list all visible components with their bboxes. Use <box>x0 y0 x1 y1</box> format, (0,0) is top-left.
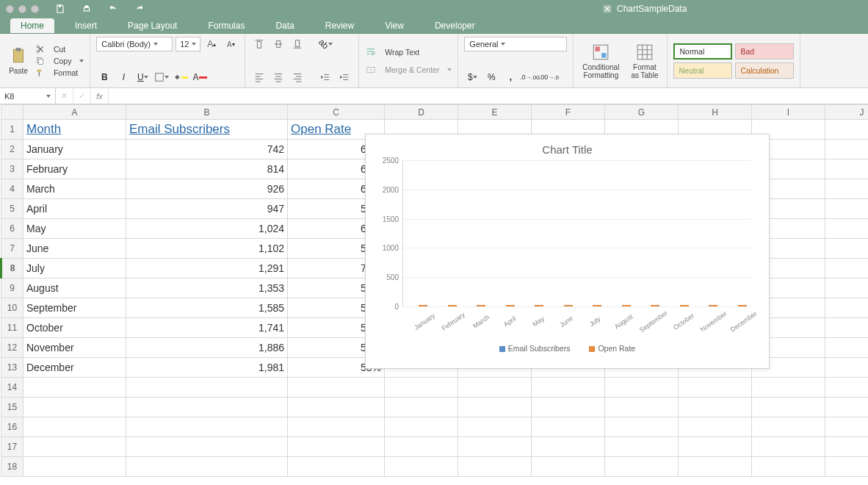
cell-B7[interactable]: 1,102 <box>126 239 288 259</box>
cell-H15[interactable] <box>679 398 752 417</box>
comma-button[interactable]: , <box>502 70 518 85</box>
currency-button[interactable]: $ <box>464 70 480 85</box>
row-header-16[interactable]: 16 <box>1 417 23 437</box>
col-header-J[interactable]: J <box>825 105 869 120</box>
cell-B9[interactable]: 1,353 <box>126 279 288 298</box>
grid[interactable]: ABCDEFGHIJK1MonthEmail SubscribersOpen R… <box>0 104 868 485</box>
cell-J15[interactable] <box>825 398 869 417</box>
fx-button[interactable]: fx <box>91 88 109 104</box>
save-icon[interactable] <box>52 1 68 16</box>
cell-I17[interactable] <box>752 437 825 457</box>
row-header-12[interactable]: 12 <box>1 338 23 358</box>
cell-J1[interactable] <box>825 120 869 140</box>
cell-A3[interactable]: February <box>23 159 126 179</box>
row-header-3[interactable]: 3 <box>1 159 23 179</box>
percent-button[interactable]: % <box>483 70 499 85</box>
row-header-9[interactable]: 9 <box>1 279 23 298</box>
tab-developer[interactable]: Developer <box>424 18 485 33</box>
underline-button[interactable]: U <box>134 70 151 85</box>
cell-J7[interactable] <box>825 239 869 259</box>
style-normal[interactable]: Normal <box>673 43 732 60</box>
cell-B13[interactable]: 1,981 <box>126 358 288 378</box>
minimize-window-icon[interactable] <box>18 5 26 13</box>
style-bad[interactable]: Bad <box>735 43 794 60</box>
cell-F15[interactable] <box>532 398 605 417</box>
cell-J6[interactable] <box>825 219 869 239</box>
tab-insert[interactable]: Insert <box>65 18 107 33</box>
cell-J10[interactable] <box>825 298 869 318</box>
cell-A14[interactable] <box>23 378 126 398</box>
format-as-table-button[interactable]: Format as Table <box>628 41 661 81</box>
cell-F17[interactable] <box>532 437 605 457</box>
bar-july[interactable] <box>577 305 607 306</box>
cell-C16[interactable] <box>288 417 385 437</box>
bold-button[interactable]: B <box>96 70 112 85</box>
col-header-F[interactable]: F <box>532 105 605 120</box>
row-header-14[interactable]: 14 <box>1 378 23 398</box>
cell-B15[interactable] <box>126 398 288 417</box>
cell-A13[interactable]: December <box>23 358 126 378</box>
cell-A5[interactable]: April <box>23 199 126 219</box>
cell-A15[interactable] <box>23 398 126 417</box>
cell-G17[interactable] <box>605 437 679 457</box>
cell-A12[interactable]: November <box>23 338 126 358</box>
cell-A8[interactable]: July <box>23 259 126 279</box>
bar-november[interactable] <box>693 305 723 306</box>
cell-B11[interactable]: 1,741 <box>126 318 288 338</box>
cell-J11[interactable] <box>825 318 869 338</box>
row-header-6[interactable]: 6 <box>1 219 23 239</box>
cell-D17[interactable] <box>385 437 458 457</box>
cell-A6[interactable]: May <box>23 219 126 239</box>
cell-H14[interactable] <box>679 378 752 398</box>
select-all-corner[interactable] <box>1 105 23 120</box>
embedded-chart[interactable]: Chart Title 05001000150020002500 January… <box>365 134 770 369</box>
cell-E14[interactable] <box>458 378 532 398</box>
font-size-select[interactable]: 12 <box>176 37 200 51</box>
row-header-18[interactable]: 18 <box>1 457 23 477</box>
redo-icon[interactable] <box>131 1 148 16</box>
cell-A2[interactable]: January <box>23 140 126 159</box>
cell-B14[interactable] <box>126 378 288 398</box>
row-header-7[interactable]: 7 <box>1 239 23 259</box>
legend-email-subscribers[interactable]: Email Subscribers <box>499 344 571 353</box>
bar-august[interactable] <box>607 305 636 306</box>
name-box[interactable]: K8 <box>0 88 56 104</box>
col-header-C[interactable]: C <box>288 105 385 120</box>
cell-A9[interactable]: August <box>23 279 126 298</box>
row-header-17[interactable]: 17 <box>1 437 23 457</box>
cell-J2[interactable] <box>825 140 869 159</box>
format-painter-button[interactable]: Format <box>35 68 84 78</box>
cell-D18[interactable] <box>385 457 458 477</box>
style-calculation[interactable]: Calculation <box>735 62 794 79</box>
bar-june[interactable] <box>549 305 578 306</box>
col-header-E[interactable]: E <box>458 105 532 120</box>
cut-button[interactable]: Cut <box>35 44 84 54</box>
cell-C17[interactable] <box>288 437 385 457</box>
cell-E16[interactable] <box>458 417 532 437</box>
cell-I15[interactable] <box>752 398 825 417</box>
tab-page-layout[interactable]: Page Layout <box>117 18 187 33</box>
cell-A7[interactable]: June <box>23 239 126 259</box>
font-name-select[interactable]: Calibri (Body) <box>96 37 173 51</box>
print-icon[interactable] <box>79 1 95 16</box>
zoom-window-icon[interactable] <box>31 5 39 13</box>
cell-F18[interactable] <box>532 457 605 477</box>
align-right-button[interactable] <box>289 70 305 85</box>
cell-B16[interactable] <box>126 417 288 437</box>
row-header-1[interactable]: 1 <box>1 120 23 140</box>
decrease-decimal-button[interactable]: .00→.0 <box>540 70 557 85</box>
cell-G18[interactable] <box>605 457 679 477</box>
cell-G15[interactable] <box>605 398 679 417</box>
row-header-5[interactable]: 5 <box>1 199 23 219</box>
cell-J16[interactable] <box>825 417 869 437</box>
cell-B3[interactable]: 814 <box>126 159 288 179</box>
cell-J3[interactable] <box>825 159 869 179</box>
align-middle-button[interactable] <box>270 37 286 51</box>
row-header-11[interactable]: 11 <box>1 318 23 338</box>
cell-F16[interactable] <box>532 417 605 437</box>
align-top-button[interactable] <box>251 37 267 51</box>
borders-button[interactable] <box>153 70 170 85</box>
col-header-A[interactable]: A <box>23 105 126 120</box>
cell-B5[interactable]: 947 <box>126 199 288 219</box>
cell-A16[interactable] <box>23 417 126 437</box>
